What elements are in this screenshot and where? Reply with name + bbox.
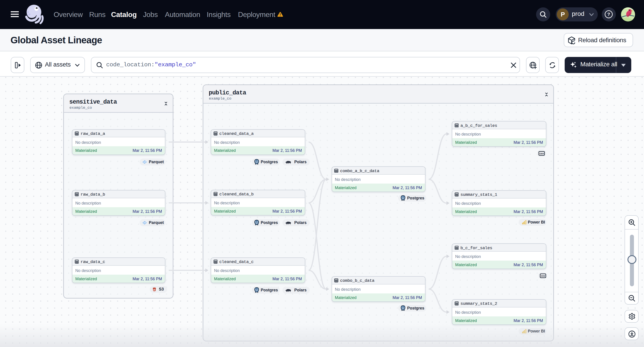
svg-text:csv: csv (540, 152, 544, 155)
svg-text:csv: csv (541, 275, 546, 277)
svg-text:?: ? (607, 12, 610, 17)
